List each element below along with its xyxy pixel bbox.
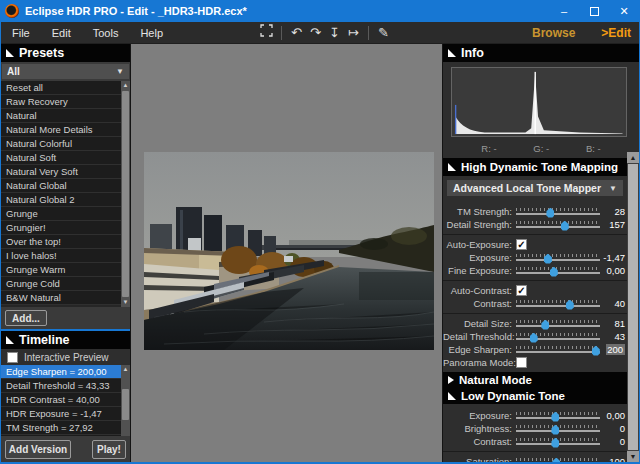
exposure-slider[interactable]	[516, 410, 600, 422]
ldt-section-header[interactable]: Low Dynamic Tone	[443, 388, 627, 404]
param-label: Fine Exposure:	[443, 265, 516, 276]
info-section-header[interactable]: Info	[443, 44, 639, 62]
close-button[interactable]: ✕	[609, 0, 639, 22]
chevron-down-icon: ▼	[116, 67, 124, 76]
preset-item[interactable]: Reset all	[1, 81, 121, 95]
detail-strength-slider[interactable]	[516, 219, 600, 231]
tone-mapper-dropdown[interactable]: Advanced Local Tone Mapper ▼	[447, 180, 623, 196]
saturation-slider[interactable]	[516, 456, 600, 464]
preset-item[interactable]: Grunge Warm	[1, 263, 121, 277]
preset-item[interactable]: Natural Global 2	[1, 193, 121, 207]
rgb-readout: R: -G: -B: -	[443, 141, 639, 158]
hdtm-section-header[interactable]: High Dynamic Tone Mapping	[443, 158, 627, 176]
panorama mode-checkbox[interactable]	[516, 357, 527, 368]
preset-item[interactable]: Grunge	[1, 207, 121, 221]
add-version-button[interactable]: Add Version	[5, 440, 71, 459]
tm-strength-slider[interactable]	[516, 206, 600, 218]
preset-item[interactable]: Grungier!	[1, 221, 121, 235]
preset-item[interactable]: Natural More Details	[1, 123, 121, 137]
preset-item[interactable]: I love halos!	[1, 249, 121, 263]
scroll-down-icon[interactable]: ▼	[627, 451, 639, 462]
natural-mode-section-header[interactable]: Natural Mode	[443, 372, 627, 388]
auto-contrast-checkbox[interactable]: ✓	[516, 285, 527, 296]
timeline-item[interactable]: HDR Exposure = -1,47	[1, 407, 121, 421]
presets-title: Presets	[19, 46, 64, 60]
ldt-title: Low Dynamic Tone	[461, 390, 565, 402]
brightness-slider[interactable]	[516, 423, 600, 435]
add-preset-button[interactable]: Add...	[5, 310, 47, 326]
interactive-preview-checkbox[interactable]	[7, 352, 18, 363]
menu-edit[interactable]: Edit	[41, 27, 82, 39]
edge-sharpen-slider[interactable]	[516, 344, 600, 356]
param-value: 157	[600, 219, 625, 230]
scroll-thumb[interactable]	[122, 91, 129, 297]
param-value: 0,00	[600, 265, 625, 276]
presets-section-header[interactable]: Presets	[1, 44, 130, 62]
slider-track	[516, 272, 600, 274]
auto-exposure-checkbox[interactable]: ✓	[516, 239, 527, 250]
presets-filter-dropdown[interactable]: All ▼	[2, 64, 129, 79]
edited-photo[interactable]	[144, 152, 434, 350]
slider-ticks	[516, 221, 600, 224]
timeline-scrollbar[interactable]: ▲ ▼	[121, 365, 130, 444]
timeline-item[interactable]: Detail Threshold = 43,33	[1, 379, 121, 393]
preset-item[interactable]: Raw Recovery	[1, 95, 121, 109]
timeline-item[interactable]: TM Strength = 27,92	[1, 421, 121, 435]
rotate-right-icon[interactable]: ↷	[306, 22, 325, 44]
window-title: Eclipse HDR PRO - Edit - _HDR3-HDR.ecx*	[25, 5, 247, 17]
slider-track	[516, 259, 600, 261]
maximize-icon	[590, 7, 599, 16]
preset-item[interactable]: Natural Global	[1, 179, 121, 193]
browse-button[interactable]: Browse	[532, 26, 575, 40]
presets-scrollbar[interactable]: ▲ ▼	[121, 81, 130, 307]
menu-file[interactable]: File	[1, 27, 41, 39]
maximize-button[interactable]	[579, 0, 609, 22]
param-row-brightness: Brightness:0	[443, 422, 639, 435]
minimize-button[interactable]: –	[549, 0, 579, 22]
preset-item[interactable]: Over the top!	[1, 235, 121, 249]
preset-item[interactable]: B&W Natural	[1, 291, 121, 305]
flip-horizontal-icon[interactable]: ↦	[344, 22, 363, 44]
play-button[interactable]: Play!	[92, 440, 126, 459]
scroll-thumb[interactable]	[122, 389, 129, 420]
contrast-slider[interactable]	[516, 298, 600, 310]
titlebar: Eclipse HDR PRO - Edit - _HDR3-HDR.ecx* …	[1, 0, 639, 22]
app-window: Eclipse HDR PRO - Edit - _HDR3-HDR.ecx* …	[0, 0, 640, 464]
app-logo-icon	[5, 4, 19, 18]
preset-item[interactable]: Natural	[1, 109, 121, 123]
param-value: 0	[600, 423, 625, 434]
right-panel-scrollbar[interactable]: ▲ ▼	[627, 152, 639, 462]
preset-item[interactable]: Natural Very Soft	[1, 165, 121, 179]
scroll-up-icon[interactable]: ▲	[121, 365, 130, 374]
preset-item[interactable]: Natural Soft	[1, 151, 121, 165]
preset-item[interactable]: Natural Colorful	[1, 137, 121, 151]
scroll-down-icon[interactable]: ▼	[121, 298, 130, 307]
collapse-triangle-icon	[448, 49, 456, 57]
image-canvas[interactable]	[131, 44, 442, 462]
fit-screen-icon[interactable]	[257, 22, 276, 44]
flip-vertical-icon[interactable]: ↧	[325, 22, 344, 44]
toolbar-divider	[281, 26, 282, 40]
menu-tools[interactable]: Tools	[82, 27, 130, 39]
preset-item[interactable]: Grunge Cold	[1, 277, 121, 291]
slider-track	[516, 213, 600, 215]
edit-button[interactable]: >Edit	[601, 26, 631, 40]
param-row-contrast: Contrast:0	[443, 435, 639, 448]
rotate-left-icon[interactable]: ↶	[287, 22, 306, 44]
param-row-auto-exposure: Auto-Exposure:✓	[443, 238, 639, 251]
right-panel: Info R: -G: -B: - High Dynamic Tone Mapp…	[442, 44, 639, 462]
timeline-section-header[interactable]: Timeline	[1, 331, 130, 349]
contrast-slider[interactable]	[516, 436, 600, 448]
scroll-up-icon[interactable]: ▲	[121, 81, 130, 90]
menu-help[interactable]: Help	[129, 27, 174, 39]
timeline-item[interactable]: Edge Sharpen = 200,00	[1, 365, 121, 379]
detail-threshold-slider[interactable]	[516, 331, 600, 343]
fine-exposure-slider[interactable]	[516, 265, 600, 277]
scroll-up-icon[interactable]: ▲	[627, 152, 639, 163]
detail-size-slider[interactable]	[516, 318, 600, 330]
exposure-slider[interactable]	[516, 252, 600, 264]
scroll-thumb[interactable]	[628, 164, 638, 450]
draw-icon[interactable]: ✎	[374, 22, 393, 44]
timeline-item[interactable]: HDR Contrast = 40,00	[1, 393, 121, 407]
presets-list: Reset allRaw RecoveryNaturalNatural More…	[1, 81, 130, 307]
